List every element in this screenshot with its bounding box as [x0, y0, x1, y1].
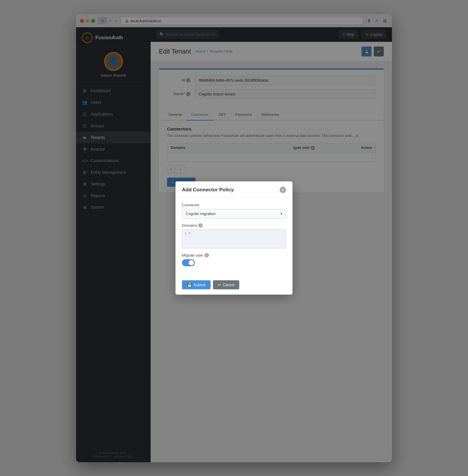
save-icon: 💾	[187, 283, 192, 287]
modal-body: Connector Cognito migration ▼ Domains i …	[176, 197, 292, 276]
cancel-label: Cancel	[223, 283, 234, 287]
select-wrapper: Cognito migration ▼	[182, 209, 286, 219]
toggle-wrapper	[182, 259, 286, 266]
modal-overlay[interactable]: Add Connector Policy ✕ Connector Cognito…	[0, 0, 468, 476]
line-number: 1	[185, 231, 187, 246]
undo-icon: ↩	[218, 283, 221, 287]
domains-textarea[interactable]: 1 *	[182, 229, 286, 248]
modal-header: Add Connector Policy ✕	[176, 181, 292, 197]
migrate-user-info-icon[interactable]: i	[204, 253, 209, 257]
connector-label: Connector	[182, 203, 286, 207]
modal-title: Add Connector Policy	[182, 187, 234, 193]
submit-button[interactable]: 💾 Submit	[182, 280, 211, 289]
cancel-button[interactable]: ↩ Cancel	[213, 280, 239, 289]
domains-info-icon[interactable]: i	[198, 223, 203, 228]
domains-label: Domains i	[182, 223, 286, 228]
domains-field: Domains i 1 *	[182, 223, 286, 248]
modal-footer: 💾 Submit ↩ Cancel	[176, 276, 292, 295]
migrate-user-toggle[interactable]	[182, 259, 195, 266]
submit-label: Submit	[194, 283, 205, 287]
add-connector-policy-modal: Add Connector Policy ✕ Connector Cognito…	[176, 181, 292, 295]
modal-close-button[interactable]: ✕	[280, 187, 286, 193]
connector-select[interactable]: Cognito migration	[182, 209, 286, 219]
close-icon: ✕	[281, 188, 284, 192]
migrate-user-label: Migrate user i	[182, 253, 286, 257]
line-value: *	[189, 231, 191, 246]
connector-field: Connector Cognito migration ▼	[182, 203, 286, 219]
migrate-user-field: Migrate user i	[182, 253, 286, 266]
